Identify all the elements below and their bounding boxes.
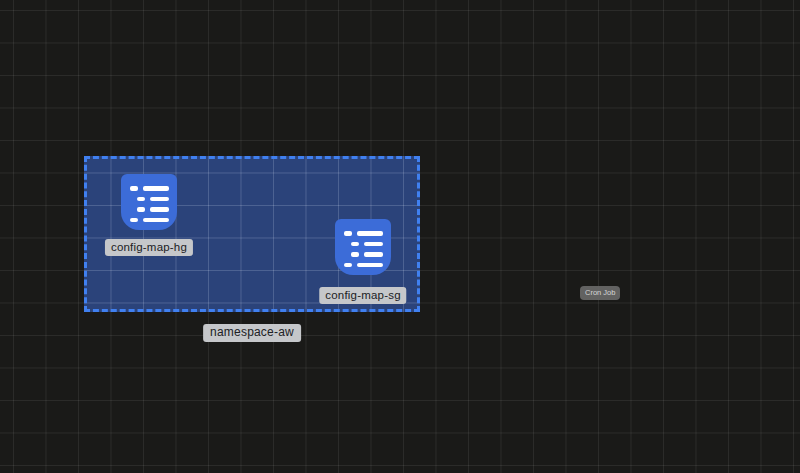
config-map-icon[interactable] (335, 219, 391, 275)
node-label[interactable]: config-map-hg (105, 239, 193, 256)
glyph-line (150, 207, 169, 212)
glyph-line (143, 218, 169, 223)
namespace-label[interactable]: namespace-aw (203, 324, 301, 342)
glyph-dash (137, 197, 145, 202)
diagram-canvas[interactable]: config-map-hg (0, 0, 800, 473)
node-config-map-hg[interactable]: config-map-hg (121, 174, 177, 230)
glyph-line (150, 197, 169, 202)
glyph-line (364, 242, 383, 247)
glyph-dash (130, 218, 138, 223)
config-map-icon-glyph-row (130, 186, 169, 191)
config-map-icon-glyph-row (344, 252, 383, 257)
node-config-map-sg[interactable]: config-map-sg (335, 219, 391, 275)
glyph-line (357, 263, 383, 268)
config-map-icon-glyph-row (130, 207, 169, 212)
node-label[interactable]: config-map-sg (319, 287, 406, 304)
glyph-dash (351, 242, 359, 247)
glyph-line (143, 186, 169, 191)
glyph-dash (351, 252, 359, 257)
config-map-icon-glyph-row (130, 218, 169, 223)
namespace-group[interactable]: config-map-hg (84, 156, 420, 312)
config-map-icon-glyph-row (344, 263, 383, 268)
glyph-line (364, 252, 383, 257)
glyph-dash (137, 207, 145, 212)
config-map-icon-glyph-row (344, 242, 383, 247)
glyph-dash (344, 231, 352, 236)
glyph-dash (344, 263, 352, 268)
config-map-icon-glyph-row (130, 197, 169, 202)
glyph-dash (130, 186, 138, 191)
glyph-line (357, 231, 383, 236)
cron-job-label[interactable]: Cron Job (580, 286, 620, 300)
config-map-icon[interactable] (121, 174, 177, 230)
config-map-icon-glyph-row (344, 231, 383, 236)
